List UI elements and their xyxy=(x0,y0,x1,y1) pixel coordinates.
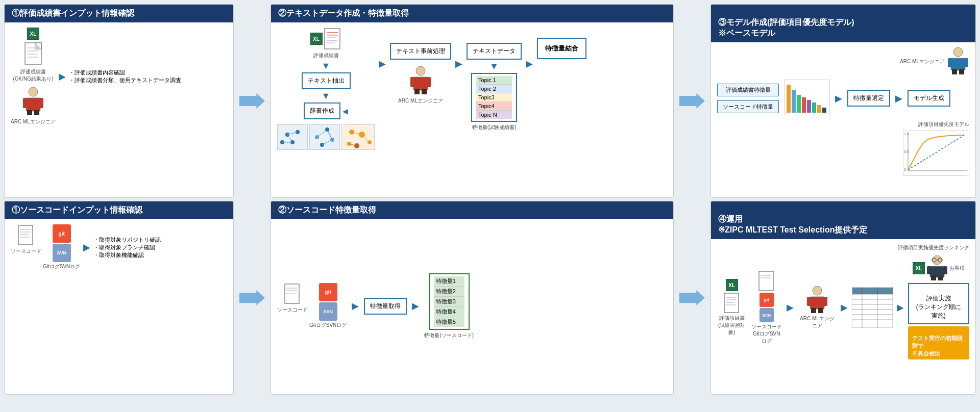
bullet-2-0: 取得対象リポジトリ確認 xyxy=(93,236,161,244)
svg-rect-28 xyxy=(309,124,340,150)
v-arrow-2: ▼ xyxy=(322,91,331,100)
bullet-list-1: 評価成績書内容確認 評価成績書分類、使用テキストデータ調査 xyxy=(69,69,181,84)
src-feature-label: ソースコード特徴量 xyxy=(723,104,773,110)
git-icon-2: git xyxy=(319,283,337,301)
svg-rect-48 xyxy=(427,77,431,87)
panel-eval-input: ①評価成績書インプット情報確認 XL xyxy=(4,4,234,198)
svg-marker-83 xyxy=(679,290,705,305)
panel6-title-text: ④運用 ※ZIPC MLTEST Test Selection提供予定 xyxy=(718,215,867,234)
person-label-2: ARC MLエンジニア xyxy=(398,97,443,105)
svg-rect-11 xyxy=(27,110,32,115)
panel2-title-text: ②テキストデータ作成・特徴量取得 xyxy=(278,9,409,17)
svg-rect-113 xyxy=(938,276,943,280)
feat-5: 特徴量5 xyxy=(434,317,464,327)
feat-select-label: 特徴量選定 xyxy=(853,94,884,101)
line-chart-svg: 1.0 0.5 0 xyxy=(903,130,969,176)
src-doc-icons: ソースコード git SVN GitログSVNログ xyxy=(11,224,80,270)
svg-rect-12 xyxy=(34,110,39,115)
feature-combine-label: 特徴量結合 xyxy=(545,44,578,52)
arrow-src-feat: ▶ xyxy=(352,300,359,312)
feat-3: 特徴量3 xyxy=(434,297,464,307)
svg-rect-63 xyxy=(807,100,811,113)
feature-list-group: 特徴量1 特徴量2 特徴量3 特徴量4 特徴量5 特徴量(ソースコード) xyxy=(424,273,474,339)
git-icon-3: git xyxy=(760,293,774,307)
svg-rect-107 xyxy=(852,288,893,294)
dict-box: 辞書作成 xyxy=(304,102,340,119)
src-docs-group2: ソースコード git SVN GitログSVNログ xyxy=(277,283,347,329)
svg-rect-89 xyxy=(759,271,773,291)
bullet-1-0: 評価成績書内容確認 xyxy=(69,69,181,76)
bullets-2: 取得対象リポジトリ確認 取得対象ブランチ確認 取得対象機能確認 xyxy=(93,236,161,259)
panel6-body: 評価項目実施優先度ランキング XL 評価項目書 (試験実施対象) xyxy=(711,239,975,395)
big-arrow-svg-1 xyxy=(239,88,265,114)
svg-rect-60 xyxy=(792,90,796,113)
svg-rect-49 xyxy=(414,89,420,94)
svg-rect-57 xyxy=(959,69,964,74)
svg-point-7 xyxy=(29,87,38,96)
eval-doc-label: 評価成績書 (OK/NG結果あり) xyxy=(13,68,53,83)
svg-rect-93 xyxy=(810,297,824,309)
arrow-person-rank: ▶ xyxy=(841,302,848,313)
eval-feature-label: 評価成績書特徴量 xyxy=(726,87,771,93)
bar-chart-svg xyxy=(784,80,830,115)
src-doc-icons2: ソースコード git SVN GitログSVNログ xyxy=(277,283,347,329)
dict-label: 辞書作成 xyxy=(310,107,334,114)
svn-icon-2: SVN xyxy=(319,302,337,321)
big-arrow-svg-4 xyxy=(679,285,705,311)
xl-icon-3: XL xyxy=(726,279,738,291)
svg-marker-78 xyxy=(239,290,265,305)
svg-text:0: 0 xyxy=(904,168,906,171)
svg-rect-65 xyxy=(817,105,821,113)
bullet-2-1: 取得対象ブランチ確認 xyxy=(93,244,161,251)
customer-group: XL xyxy=(913,255,965,281)
customer-label: お客様 xyxy=(949,265,965,272)
svg-rect-46 xyxy=(413,77,428,90)
svg-point-52 xyxy=(953,47,963,57)
person-group-4: ARC MLエンジニア xyxy=(798,286,836,329)
svg-rect-14 xyxy=(325,29,340,49)
svg-rect-64 xyxy=(812,102,816,113)
topic-4: Topic4 xyxy=(476,102,512,111)
text-extract-box: テキスト抽出 xyxy=(302,72,351,89)
note-box: テスト実行の初期段階で 不具合検出 xyxy=(908,326,969,359)
text-pre-label: テキスト事前処理 xyxy=(396,47,445,55)
bullet-list-2: 取得対象リポジトリ確認 取得対象ブランチ確認 取得対象機能確認 xyxy=(93,236,161,259)
panel4-title-text: ①ソースコードインプット情報確認 xyxy=(12,205,142,214)
v-arrow-3: ▼ xyxy=(489,62,499,71)
svg-text:0.5: 0.5 xyxy=(904,150,909,153)
git-svn-group: git SVN GitログSVNログ xyxy=(43,224,80,270)
svg-rect-97 xyxy=(818,308,823,313)
svg-rect-20 xyxy=(277,124,308,150)
feature-list: 特徴量1 特徴量2 特徴量3 特徴量4 特徴量5 xyxy=(429,273,470,330)
panel4-title: ①ソースコードインプット情報確認 xyxy=(5,201,233,219)
connector-1-2 xyxy=(237,4,267,198)
svg-rect-112 xyxy=(931,276,936,280)
connector-5-6 xyxy=(677,201,707,395)
git-svn-label: GitログSVNログ xyxy=(43,263,80,270)
svg-rect-62 xyxy=(802,97,806,113)
xl-icon-2: XL xyxy=(310,33,323,45)
panel-src-input: ①ソースコードインプット情報確認 xyxy=(4,201,234,395)
eval-doc-group2: XL xyxy=(310,28,342,50)
svg-rect-10 xyxy=(39,98,43,108)
person-group-3: ARC MLエンジニア xyxy=(717,47,969,75)
model-gen-box: モデル生成 xyxy=(908,90,950,107)
feature-source-boxes: 評価成績書特徴量 ソースコード特徴量 xyxy=(717,84,779,113)
panel3-body: ARC MLエンジニア 評価成績書特徴量 xyxy=(711,42,975,198)
text-pre-box: テキスト事前処理 xyxy=(390,43,451,60)
arrow-rank-eval: ▶ xyxy=(897,302,904,313)
panel3-title-text: ③モデル作成(評価項目優先度モデル) ※ベースモデル xyxy=(718,18,854,37)
bottom-half: ①ソースコードインプット情報確認 xyxy=(4,201,976,395)
svg-rect-94 xyxy=(807,297,811,306)
topic-3: Topic3 xyxy=(476,93,512,102)
text-data-box: テキストデータ xyxy=(467,43,522,60)
panel1-body: XL 評価成績書 (OK/NG結果あり) xyxy=(5,22,233,196)
eval-doc-icons: XL xyxy=(27,28,39,40)
svg-point-45 xyxy=(416,66,425,75)
customer-svg xyxy=(927,255,947,281)
connector-2-3 xyxy=(677,4,707,198)
eval-doc-group3: XL 評価項目書 (試験実施対象) xyxy=(717,279,746,336)
panel-operation: ④運用 ※ZIPC MLTEST Test Selection提供予定 評価項目… xyxy=(710,201,976,395)
svg-point-92 xyxy=(813,286,822,295)
text-extract-label: テキスト抽出 xyxy=(308,77,345,84)
